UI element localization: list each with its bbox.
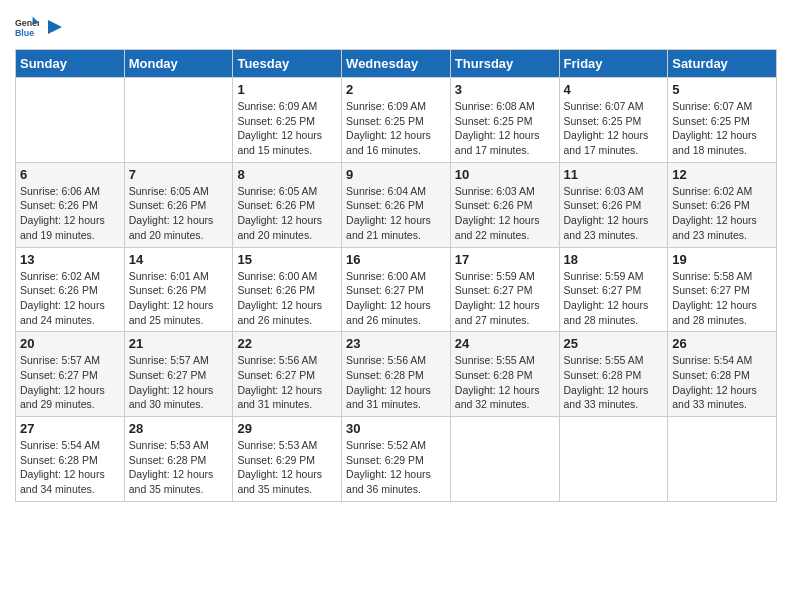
day-number: 25 bbox=[564, 336, 664, 351]
week-row-5: 27Sunrise: 5:54 AMSunset: 6:28 PMDayligh… bbox=[16, 417, 777, 502]
header: General Blue bbox=[15, 15, 777, 39]
day-info: Sunrise: 6:02 AMSunset: 6:26 PMDaylight:… bbox=[20, 269, 120, 328]
weekday-header-friday: Friday bbox=[559, 50, 668, 78]
day-cell: 27Sunrise: 5:54 AMSunset: 6:28 PMDayligh… bbox=[16, 417, 125, 502]
day-number: 10 bbox=[455, 167, 555, 182]
day-info: Sunrise: 5:55 AMSunset: 6:28 PMDaylight:… bbox=[564, 353, 664, 412]
day-cell bbox=[668, 417, 777, 502]
day-cell: 15Sunrise: 6:00 AMSunset: 6:26 PMDayligh… bbox=[233, 247, 342, 332]
day-cell bbox=[559, 417, 668, 502]
weekday-header-thursday: Thursday bbox=[450, 50, 559, 78]
day-cell: 25Sunrise: 5:55 AMSunset: 6:28 PMDayligh… bbox=[559, 332, 668, 417]
weekday-header-monday: Monday bbox=[124, 50, 233, 78]
day-info: Sunrise: 5:52 AMSunset: 6:29 PMDaylight:… bbox=[346, 438, 446, 497]
day-info: Sunrise: 6:06 AMSunset: 6:26 PMDaylight:… bbox=[20, 184, 120, 243]
day-info: Sunrise: 5:53 AMSunset: 6:28 PMDaylight:… bbox=[129, 438, 229, 497]
logo: General Blue bbox=[15, 15, 63, 39]
day-number: 29 bbox=[237, 421, 337, 436]
day-info: Sunrise: 6:09 AMSunset: 6:25 PMDaylight:… bbox=[346, 99, 446, 158]
day-cell: 2Sunrise: 6:09 AMSunset: 6:25 PMDaylight… bbox=[342, 78, 451, 163]
day-cell: 12Sunrise: 6:02 AMSunset: 6:26 PMDayligh… bbox=[668, 162, 777, 247]
day-cell: 13Sunrise: 6:02 AMSunset: 6:26 PMDayligh… bbox=[16, 247, 125, 332]
day-cell: 30Sunrise: 5:52 AMSunset: 6:29 PMDayligh… bbox=[342, 417, 451, 502]
day-info: Sunrise: 6:07 AMSunset: 6:25 PMDaylight:… bbox=[564, 99, 664, 158]
weekday-header-tuesday: Tuesday bbox=[233, 50, 342, 78]
day-number: 20 bbox=[20, 336, 120, 351]
day-info: Sunrise: 6:07 AMSunset: 6:25 PMDaylight:… bbox=[672, 99, 772, 158]
day-cell: 11Sunrise: 6:03 AMSunset: 6:26 PMDayligh… bbox=[559, 162, 668, 247]
day-info: Sunrise: 5:59 AMSunset: 6:27 PMDaylight:… bbox=[564, 269, 664, 328]
day-number: 9 bbox=[346, 167, 446, 182]
day-number: 12 bbox=[672, 167, 772, 182]
day-cell: 9Sunrise: 6:04 AMSunset: 6:26 PMDaylight… bbox=[342, 162, 451, 247]
week-row-2: 6Sunrise: 6:06 AMSunset: 6:26 PMDaylight… bbox=[16, 162, 777, 247]
day-cell: 24Sunrise: 5:55 AMSunset: 6:28 PMDayligh… bbox=[450, 332, 559, 417]
day-cell: 22Sunrise: 5:56 AMSunset: 6:27 PMDayligh… bbox=[233, 332, 342, 417]
day-cell: 21Sunrise: 5:57 AMSunset: 6:27 PMDayligh… bbox=[124, 332, 233, 417]
day-info: Sunrise: 5:57 AMSunset: 6:27 PMDaylight:… bbox=[129, 353, 229, 412]
day-number: 15 bbox=[237, 252, 337, 267]
calendar-body: 1Sunrise: 6:09 AMSunset: 6:25 PMDaylight… bbox=[16, 78, 777, 502]
day-number: 5 bbox=[672, 82, 772, 97]
day-info: Sunrise: 6:04 AMSunset: 6:26 PMDaylight:… bbox=[346, 184, 446, 243]
weekday-header-saturday: Saturday bbox=[668, 50, 777, 78]
day-cell: 4Sunrise: 6:07 AMSunset: 6:25 PMDaylight… bbox=[559, 78, 668, 163]
day-number: 1 bbox=[237, 82, 337, 97]
day-info: Sunrise: 5:54 AMSunset: 6:28 PMDaylight:… bbox=[672, 353, 772, 412]
day-cell: 10Sunrise: 6:03 AMSunset: 6:26 PMDayligh… bbox=[450, 162, 559, 247]
day-number: 2 bbox=[346, 82, 446, 97]
day-number: 28 bbox=[129, 421, 229, 436]
day-number: 7 bbox=[129, 167, 229, 182]
day-cell: 26Sunrise: 5:54 AMSunset: 6:28 PMDayligh… bbox=[668, 332, 777, 417]
day-info: Sunrise: 6:05 AMSunset: 6:26 PMDaylight:… bbox=[129, 184, 229, 243]
day-cell: 19Sunrise: 5:58 AMSunset: 6:27 PMDayligh… bbox=[668, 247, 777, 332]
logo-icon: General Blue bbox=[15, 15, 39, 39]
day-info: Sunrise: 6:05 AMSunset: 6:26 PMDaylight:… bbox=[237, 184, 337, 243]
day-info: Sunrise: 6:08 AMSunset: 6:25 PMDaylight:… bbox=[455, 99, 555, 158]
day-cell: 8Sunrise: 6:05 AMSunset: 6:26 PMDaylight… bbox=[233, 162, 342, 247]
day-number: 23 bbox=[346, 336, 446, 351]
day-info: Sunrise: 5:56 AMSunset: 6:28 PMDaylight:… bbox=[346, 353, 446, 412]
day-cell: 16Sunrise: 6:00 AMSunset: 6:27 PMDayligh… bbox=[342, 247, 451, 332]
day-number: 24 bbox=[455, 336, 555, 351]
day-cell: 14Sunrise: 6:01 AMSunset: 6:26 PMDayligh… bbox=[124, 247, 233, 332]
week-row-4: 20Sunrise: 5:57 AMSunset: 6:27 PMDayligh… bbox=[16, 332, 777, 417]
weekday-header-sunday: Sunday bbox=[16, 50, 125, 78]
day-info: Sunrise: 5:59 AMSunset: 6:27 PMDaylight:… bbox=[455, 269, 555, 328]
day-number: 21 bbox=[129, 336, 229, 351]
day-number: 4 bbox=[564, 82, 664, 97]
day-info: Sunrise: 6:00 AMSunset: 6:27 PMDaylight:… bbox=[346, 269, 446, 328]
day-info: Sunrise: 5:54 AMSunset: 6:28 PMDaylight:… bbox=[20, 438, 120, 497]
day-info: Sunrise: 6:03 AMSunset: 6:26 PMDaylight:… bbox=[455, 184, 555, 243]
calendar-header: SundayMondayTuesdayWednesdayThursdayFrid… bbox=[16, 50, 777, 78]
day-cell: 17Sunrise: 5:59 AMSunset: 6:27 PMDayligh… bbox=[450, 247, 559, 332]
day-cell: 1Sunrise: 6:09 AMSunset: 6:25 PMDaylight… bbox=[233, 78, 342, 163]
day-cell: 18Sunrise: 5:59 AMSunset: 6:27 PMDayligh… bbox=[559, 247, 668, 332]
day-number: 16 bbox=[346, 252, 446, 267]
day-info: Sunrise: 6:09 AMSunset: 6:25 PMDaylight:… bbox=[237, 99, 337, 158]
weekday-header-wednesday: Wednesday bbox=[342, 50, 451, 78]
day-info: Sunrise: 6:03 AMSunset: 6:26 PMDaylight:… bbox=[564, 184, 664, 243]
day-number: 3 bbox=[455, 82, 555, 97]
calendar-table: SundayMondayTuesdayWednesdayThursdayFrid… bbox=[15, 49, 777, 502]
day-number: 17 bbox=[455, 252, 555, 267]
day-cell: 23Sunrise: 5:56 AMSunset: 6:28 PMDayligh… bbox=[342, 332, 451, 417]
day-cell bbox=[16, 78, 125, 163]
day-number: 30 bbox=[346, 421, 446, 436]
day-info: Sunrise: 5:53 AMSunset: 6:29 PMDaylight:… bbox=[237, 438, 337, 497]
day-number: 22 bbox=[237, 336, 337, 351]
day-number: 6 bbox=[20, 167, 120, 182]
day-cell: 3Sunrise: 6:08 AMSunset: 6:25 PMDaylight… bbox=[450, 78, 559, 163]
day-info: Sunrise: 5:58 AMSunset: 6:27 PMDaylight:… bbox=[672, 269, 772, 328]
day-number: 27 bbox=[20, 421, 120, 436]
day-cell bbox=[124, 78, 233, 163]
day-cell: 6Sunrise: 6:06 AMSunset: 6:26 PMDaylight… bbox=[16, 162, 125, 247]
day-number: 13 bbox=[20, 252, 120, 267]
day-number: 11 bbox=[564, 167, 664, 182]
day-cell: 29Sunrise: 5:53 AMSunset: 6:29 PMDayligh… bbox=[233, 417, 342, 502]
week-row-1: 1Sunrise: 6:09 AMSunset: 6:25 PMDaylight… bbox=[16, 78, 777, 163]
day-info: Sunrise: 5:56 AMSunset: 6:27 PMDaylight:… bbox=[237, 353, 337, 412]
svg-marker-3 bbox=[48, 20, 62, 34]
svg-text:Blue: Blue bbox=[15, 28, 34, 38]
day-number: 14 bbox=[129, 252, 229, 267]
